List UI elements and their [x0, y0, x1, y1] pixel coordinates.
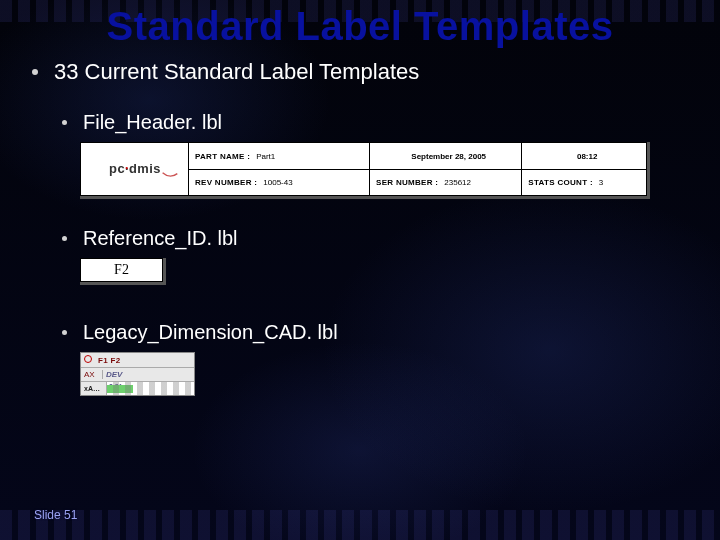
bullet-top-text: 33 Current Standard Label Templates	[54, 59, 419, 85]
reference-id-template-preview: F2	[80, 258, 166, 285]
legacy-row-header: F1 F2	[81, 353, 194, 367]
bullet-reference-id-text: Reference_ID. lbl	[83, 227, 238, 250]
fh-cell-partname: PART NAME : Part1	[189, 143, 369, 169]
pcdmis-logo-icon: pc·dmis	[89, 154, 181, 184]
legacy-row-bar: xA… 0.01	[81, 381, 194, 395]
bullet-dot-icon	[62, 330, 67, 335]
reference-id-value: F2	[80, 258, 163, 282]
bullet-dot-icon	[32, 69, 38, 75]
svg-text:pc·dmis: pc·dmis	[109, 161, 161, 176]
bullet-legacy: Legacy_Dimension_CAD. lbl	[62, 321, 688, 344]
bullet-dot-icon	[62, 236, 67, 241]
pcdmis-logo: pc·dmis	[81, 143, 189, 195]
legacy-dimension-template-preview: F1 F2 AX DEV xA… 0.01	[80, 352, 195, 396]
bullet-dot-icon	[62, 120, 67, 125]
fh-cell-date: September 28, 2005	[369, 143, 521, 169]
dna-strip-bottom	[0, 510, 720, 540]
file-header-template-preview: pc·dmis PART NAME : Part1 September 28, …	[80, 142, 650, 199]
svg-point-2	[125, 167, 127, 169]
slide-number: Slide 51	[34, 508, 77, 522]
bullet-top: 33 Current Standard Label Templates	[32, 59, 688, 85]
target-icon	[84, 355, 94, 365]
fh-cell-stats: STATS COUNT : 3	[521, 169, 646, 195]
bullet-file-header: File_Header. lbl	[62, 111, 688, 134]
fh-cell-time: 08:12	[521, 143, 646, 169]
bullet-reference-id: Reference_ID. lbl	[62, 227, 688, 250]
legacy-row-labels: AX DEV	[81, 367, 194, 381]
fh-cell-ser: SER NUMBER : 235612	[369, 169, 521, 195]
bullet-file-header-text: File_Header. lbl	[83, 111, 222, 134]
fh-cell-rev: REV NUMBER : 1005-43	[189, 169, 369, 195]
slide-title: Standard Label Templates	[32, 4, 688, 49]
legacy-bar-dashes	[107, 382, 194, 395]
bullet-legacy-text: Legacy_Dimension_CAD. lbl	[83, 321, 338, 344]
